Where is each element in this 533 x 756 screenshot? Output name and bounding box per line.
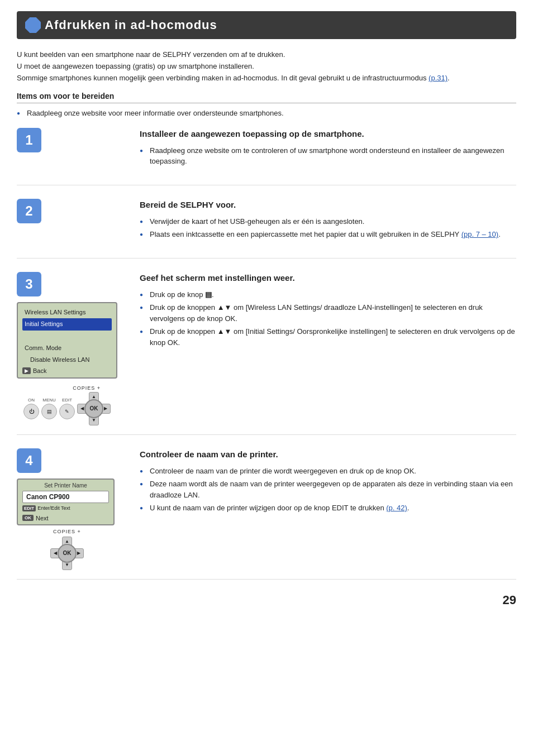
step-4-left: 4 Set Printer Name Canon CP900 EDIT Ente… — [17, 448, 129, 570]
intro-line-2: U moet de aangewezen toepassing (gratis)… — [17, 62, 254, 70]
page-title: Afdrukken in ad-hocmodus — [45, 18, 505, 32]
ok-button[interactable]: OK — [84, 399, 103, 418]
ok-badge: OK — [22, 515, 34, 521]
intro-link[interactable]: (p.31) — [429, 74, 448, 82]
step-3-left: 3 Wireless LAN Settings Initial Settings… — [17, 272, 129, 425]
edit-badge: EDIT — [22, 505, 36, 511]
step-3-number: 3 — [17, 272, 41, 296]
ok-text: Next — [36, 515, 49, 521]
items-list: Raadpleeg onze website voor meer informa… — [17, 108, 516, 119]
step-2-bullet-1: Verwijder de kaart of het USB-geheugen a… — [140, 216, 516, 227]
page-header: Afdrukken in ad-hocmodus — [17, 11, 516, 39]
step-4-bullet-1: Controleer de naam van de printer die wo… — [140, 466, 516, 477]
step-1-bullets: Raadpleeg onze website om te controleren… — [140, 145, 516, 167]
step-2-number: 2 — [17, 199, 41, 223]
step-1-right: Installeer de aangewezen toepassing op d… — [140, 128, 516, 176]
copies-label-4: COPIES + — [53, 529, 81, 534]
on-label: ON — [28, 398, 35, 403]
lcd-row-selected: Initial Settings — [22, 318, 112, 330]
step-3-bullet-1: Druk op de knop ▤. — [140, 289, 516, 300]
menu-button[interactable]: ▤ — [41, 404, 57, 419]
step-4-heading: Controleer de naam van de printer. — [140, 448, 516, 460]
step-2-bullets: Verwijder de kaart of het USB-geheugen a… — [140, 216, 516, 240]
edit-text: Enter/Edit Text — [37, 505, 70, 511]
step-4-lcd: Set Printer Name Canon CP900 EDIT Enter/… — [17, 479, 115, 525]
intro-line-1: U kunt beelden van een smartphone naar d… — [17, 50, 285, 59]
edit-button[interactable]: ✎ — [59, 404, 75, 419]
step-2-heading: Bereid de SELPHY voor. — [140, 199, 516, 210]
lcd-row-back: ▶ Back — [22, 367, 112, 374]
step-3-lcd: Wireless LAN Settings Initial Settings C… — [17, 302, 117, 379]
step-3-right: Geef het scherm met instellingen weer. D… — [140, 272, 516, 425]
lcd-row-comm: Comm. Mode — [22, 342, 112, 354]
step-1-bullet-1: Raadpleeg onze website om te controleren… — [140, 145, 516, 167]
step-4-number: 4 — [17, 448, 41, 473]
step4-ok-button[interactable]: OK — [58, 544, 77, 563]
step-3-heading: Geef het scherm met instellingen weer. — [140, 272, 516, 284]
items-heading: Items om voor te bereiden — [17, 92, 516, 103]
step-3-bullet-3: Druk op de knoppen ▲▼ om [Initial Settin… — [140, 326, 516, 348]
step-2-link[interactable]: (pp. 7 – 10) — [461, 230, 499, 238]
lcd-row-spacer — [22, 331, 112, 342]
step-1-row: 1 Installeer de aangewezen toepassing op… — [17, 128, 516, 185]
intro-section: U kunt beelden van een smartphone naar d… — [17, 49, 516, 84]
lcd-ok-row: OK Next — [22, 515, 109, 521]
intro-line-3: Sommige smartphones kunnen mogelijk geen… — [17, 74, 426, 82]
lcd-edit-row: EDIT Enter/Edit Text — [22, 505, 109, 511]
lcd-row-disable: Disable Wireless LAN — [22, 354, 112, 366]
step-2-left: 2 — [17, 199, 129, 249]
menu-label: MENU — [42, 398, 56, 403]
lcd-row-title: Wireless LAN Settings — [22, 307, 112, 318]
back-label: Back — [33, 367, 46, 374]
copies-label-3: COPIES + — [73, 385, 101, 391]
page-number: 29 — [17, 593, 516, 607]
step-4-bullet-2: Deze naam wordt als de naam van de print… — [140, 479, 516, 500]
step-3-bullets: Druk op de knop ▤. Druk op de knoppen ▲▼… — [140, 289, 516, 348]
step-2-row: 2 Bereid de SELPHY voor. Verwijder de ka… — [17, 199, 516, 259]
back-arrow-icon: ▶ — [22, 367, 31, 374]
lcd-set-printer-name-title: Set Printer Name — [22, 482, 109, 489]
step-4-link[interactable]: (p. 42) — [386, 504, 407, 512]
items-list-item: Raadpleeg onze website voor meer informa… — [17, 108, 516, 119]
step-3-row: 3 Wireless LAN Settings Initial Settings… — [17, 272, 516, 435]
lcd-printer-name-value: Canon CP900 — [22, 491, 109, 503]
step-1-heading: Installeer de aangewezen toepassing op d… — [140, 128, 516, 140]
step-2-bullet-2: Plaats een inktcassette en een papiercas… — [140, 229, 516, 240]
step-3-bullet-2: Druk op de knoppen ▲▼ om [Wireless LAN S… — [140, 302, 516, 324]
step-1-number: 1 — [17, 128, 41, 152]
step-2-right: Bereid de SELPHY voor. Verwijder de kaar… — [140, 199, 516, 249]
step-4-right: Controleer de naam van de printer. Contr… — [140, 448, 516, 570]
step-4-bullet-3: U kunt de naam van de printer wijzigen d… — [140, 503, 516, 514]
edit-label: EDIT — [62, 398, 72, 403]
step-4-row: 4 Set Printer Name Canon CP900 EDIT Ente… — [17, 448, 516, 580]
step-1-left: 1 — [17, 128, 129, 176]
on-button[interactable]: ⏻ — [23, 404, 39, 419]
step-4-bullets: Controleer de naam van de printer die wo… — [140, 466, 516, 514]
